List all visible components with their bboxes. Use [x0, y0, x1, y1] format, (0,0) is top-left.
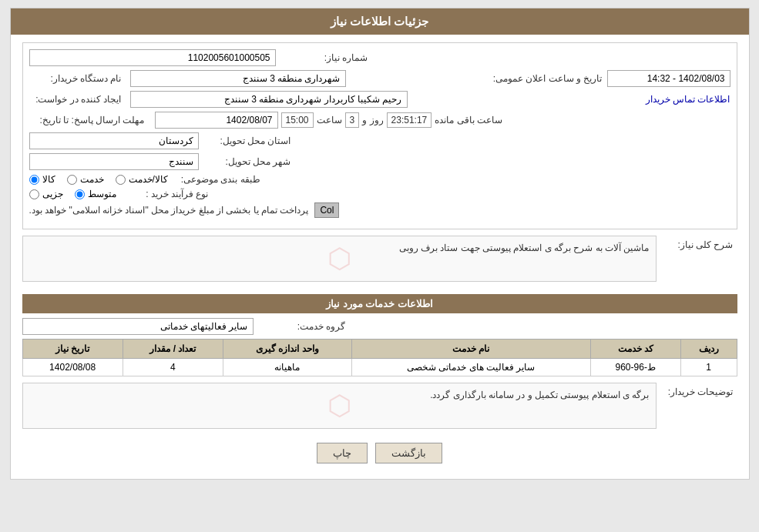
- table-row: 1ط-96-960سایر فعالیت های خدماتی شخصیماهی…: [22, 359, 737, 376]
- col-header-row: ردیف: [680, 340, 737, 359]
- delivery-city-input[interactable]: [29, 153, 199, 170]
- purchase-jozee-radio[interactable]: [29, 189, 39, 199]
- cell-code: ط-96-960: [590, 359, 680, 376]
- col-header-code: کد خدمت: [590, 340, 680, 359]
- category-khedmat-label: خدمت: [80, 174, 104, 185]
- service-group-label: گروه خدمت:: [254, 321, 346, 332]
- buyer-org-label: نام دستگاه خریدار:: [29, 73, 122, 84]
- category-kala-khedmat-radio[interactable]: [116, 175, 126, 185]
- buyer-org-row: تاریخ و ساعت اعلان عمومی: نام دستگاه خری…: [29, 70, 730, 87]
- col-header-date: تاریخ نیاز: [22, 340, 123, 359]
- need-description-row: شرح کلی نیاز: ⬡ ماشین آلات به شرح برگه ی…: [22, 236, 737, 288]
- delivery-province-input[interactable]: [29, 132, 199, 149]
- response-days-label: روز و: [362, 115, 383, 125]
- category-kala-khedmat: کالا/خدمت: [116, 174, 168, 185]
- page-header: جزئیات اطلاعات نیاز: [11, 8, 749, 35]
- category-kala: کالا: [29, 174, 55, 185]
- purchase-motavasset-label: متوسط: [88, 189, 116, 199]
- response-date-input[interactable]: [155, 112, 278, 129]
- service-group-row: گروه خدمت:: [22, 318, 737, 335]
- col-header-quantity: تعداد / مقدار: [123, 340, 223, 359]
- category-kala-radio[interactable]: [29, 175, 39, 185]
- purchase-type-description: پرداخت تمام یا بخشی از مبلغ خریداز محل "…: [29, 202, 309, 219]
- main-container: جزئیات اطلاعات نیاز شماره نیاز: تاریخ و …: [10, 8, 750, 480]
- category-label: طبقه بندی موضوعی:: [168, 174, 260, 185]
- response-time-label: ساعت: [317, 115, 342, 125]
- contact-link[interactable]: اطلاعات تماس خریدار: [646, 94, 730, 105]
- creator-group: ایجاد کننده در خواست:: [29, 91, 408, 108]
- need-number-label: شماره نیاز:: [276, 52, 368, 63]
- purchase-jozee: جزیی: [29, 189, 63, 199]
- page-title: جزئیات اطلاعات نیاز: [331, 15, 428, 28]
- purchase-jozee-label: جزیی: [42, 189, 63, 199]
- content-area: شماره نیاز: تاریخ و ساعت اعلان عمومی: نا…: [11, 35, 749, 479]
- remaining-time-label: ساعت باقی مانده: [435, 115, 502, 125]
- cell-date: 1402/08/08: [22, 359, 123, 376]
- cell-quantity: 4: [123, 359, 223, 376]
- cell-row: 1: [680, 359, 737, 376]
- buyer-notes-watermark: ⬡ برگه ی استعلام پیوستی تکمیل و در سامان…: [22, 383, 657, 429]
- print-button[interactable]: چاپ: [317, 443, 368, 463]
- response-deadline-label: مهلت ارسال پاسخ: تا تاریخ:: [29, 115, 145, 125]
- main-form-section: شماره نیاز: تاریخ و ساعت اعلان عمومی: نا…: [22, 42, 737, 229]
- delivery-city-row: شهر محل تحویل:: [29, 153, 730, 170]
- remaining-time-value: 23:51:17: [387, 112, 432, 128]
- delivery-province-row: استان محل تحویل:: [29, 132, 730, 149]
- purchase-motavasset: متوسط: [75, 189, 116, 199]
- category-kala-label: کالا: [42, 174, 55, 185]
- need-description-text: ماشین آلات به شرح برگه ی استعلام پیوستی …: [29, 243, 650, 253]
- category-khedmat-radio[interactable]: [67, 175, 77, 185]
- creator-row: اطلاعات تماس خریدار ایجاد کننده در خواست…: [29, 91, 730, 108]
- col-header-name: نام خدمت: [351, 340, 590, 359]
- buttons-row: بازگشت چاپ: [22, 443, 737, 463]
- buyer-notes-text: برگه ی استعلام پیوستی تکمیل و در سامانه …: [29, 390, 650, 400]
- category-khedmat: خدمت: [67, 174, 104, 185]
- announce-date-input[interactable]: [607, 70, 730, 87]
- purchase-type-row: نوع فرآیند خرید : متوسط جزیی Col: [29, 189, 730, 219]
- buyer-notes-area: ⬡ برگه ی استعلام پیوستی تکمیل و در سامان…: [22, 383, 657, 435]
- purchase-motavasset-radio[interactable]: [75, 189, 85, 199]
- cell-name: سایر فعالیت های خدماتی شخصی: [351, 359, 590, 376]
- announce-date-label: تاریخ و ساعت اعلان عمومی:: [493, 73, 603, 84]
- response-time-value: 15:00: [281, 112, 314, 128]
- remaining-time-group: ساعت باقی مانده 23:51:17 روز و 3 ساعت 15…: [155, 112, 502, 129]
- creator-label: ایجاد کننده در خواست:: [29, 94, 122, 105]
- buyer-org-group: نام دستگاه خریدار:: [29, 70, 346, 87]
- need-number-row: شماره نیاز:: [29, 49, 730, 66]
- need-description-area: ⬡ ماشین آلات به شرح برگه ی استعلام پیوست…: [22, 236, 657, 282]
- response-deadline-row: ساعت باقی مانده 23:51:17 روز و 3 ساعت 15…: [29, 112, 730, 129]
- buyer-notes-row: توضیحات خریدار: ⬡ برگه ی استعلام پیوستی …: [22, 383, 737, 435]
- delivery-province-label: استان محل تحویل:: [199, 136, 291, 146]
- services-table: ردیف کد خدمت نام خدمت واحد اندازه گیری ت…: [22, 339, 737, 376]
- delivery-city-label: شهر محل تحویل:: [199, 156, 291, 167]
- services-section-title: اطلاعات خدمات مورد نیاز: [22, 294, 737, 313]
- buyer-org-input[interactable]: [130, 70, 346, 87]
- category-kala-khedmat-label: کالا/خدمت: [129, 174, 168, 185]
- purchase-type-radio-group: متوسط جزیی: [29, 189, 116, 199]
- category-row: طبقه بندی موضوعی: کالا/خدمت خدمت کالا: [29, 174, 730, 185]
- buyer-notes-label: توضیحات خریدار:: [657, 383, 734, 397]
- purchase-type-label: نوع فرآیند خرید :: [116, 189, 209, 199]
- service-group-input[interactable]: [22, 318, 254, 335]
- response-days-value: 3: [345, 112, 360, 128]
- col-header-unit: واحد اندازه گیری: [223, 340, 351, 359]
- back-button[interactable]: بازگشت: [375, 443, 442, 463]
- category-radio-group: کالا/خدمت خدمت کالا: [29, 174, 168, 185]
- need-description-label: شرح کلی نیاز:: [657, 236, 734, 250]
- col-badge: Col: [314, 202, 339, 218]
- need-number-input[interactable]: [29, 49, 276, 66]
- creator-input[interactable]: [130, 91, 408, 108]
- cell-unit: ماهیانه: [223, 359, 351, 376]
- announce-date-group: تاریخ و ساعت اعلان عمومی:: [493, 70, 730, 87]
